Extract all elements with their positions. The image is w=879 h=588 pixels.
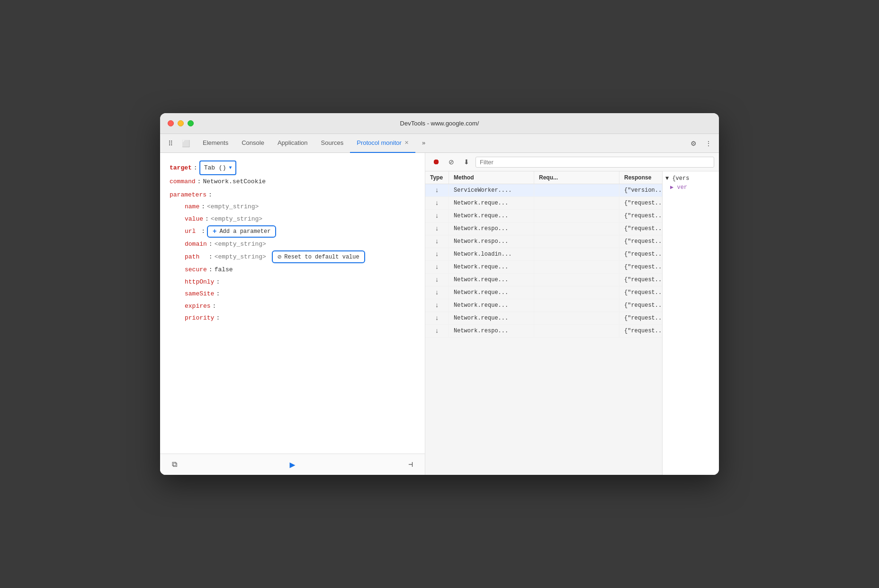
target-key: target <box>170 162 192 173</box>
main-content: target : Tab () ▼ command : Network.setC… <box>160 153 719 475</box>
table-row[interactable]: ↓ Network.reque... {"request... <box>425 261 662 274</box>
name-value: <empty_string> <box>207 201 259 212</box>
row-arrow: ↓ <box>425 248 449 260</box>
tab-console[interactable]: Console <box>235 134 271 153</box>
device-toolbar-icon[interactable]: ⬜ <box>179 137 192 150</box>
protocol-table: Type Method Requ... Response El.↑ <box>425 171 662 475</box>
row-arrow: ↓ <box>425 286 449 299</box>
chevron-down-icon: ▼ <box>229 164 232 172</box>
domain-value: <empty_string> <box>215 239 266 249</box>
row-response: {"request... <box>619 312 662 324</box>
right-content: ⏺ ⊘ ⬇ Type Method <box>425 153 719 475</box>
tab-sources[interactable]: Sources <box>314 134 350 153</box>
row-method: Network.reque... <box>449 274 534 286</box>
expires-row: expires : <box>170 301 415 312</box>
tab-bar-actions: ⚙ ⋮ <box>687 137 715 150</box>
row-request <box>534 261 619 273</box>
parameters-row: parameters : <box>170 189 415 200</box>
col-request: Requ... <box>534 171 619 184</box>
value-value: <empty_string> <box>211 214 262 224</box>
table-row[interactable]: ↓ Network.reque... {"request... <box>425 274 662 286</box>
domain-key: domain <box>185 239 207 249</box>
priority-row: priority : <box>170 312 415 323</box>
row-request <box>534 235 619 248</box>
tab-elements[interactable]: Elements <box>196 134 235 153</box>
row-method: Network.reque... <box>449 210 534 222</box>
send-button[interactable]: ▶ <box>289 459 295 471</box>
add-parameter-button[interactable]: + Add a parameter <box>207 225 276 238</box>
tab-close-icon[interactable]: ✕ <box>404 140 409 146</box>
tab-protocol-monitor[interactable]: Protocol monitor ✕ <box>350 134 415 153</box>
row-method: Network.reque... <box>449 299 534 312</box>
secure-key: secure <box>185 264 207 275</box>
table-row[interactable]: ↓ ServiceWorker.... {"version... <box>425 184 662 197</box>
minimize-button[interactable] <box>178 120 184 126</box>
title-bar: DevTools - www.google.com/ <box>160 113 719 134</box>
table-body-wrapper: Type Method Requ... Response El.↑ <box>425 171 719 475</box>
tab-more[interactable]: » <box>415 134 432 153</box>
row-request <box>534 210 619 222</box>
table-row[interactable]: ↓ Network.reque... {"request... <box>425 197 662 210</box>
clear-button[interactable]: ⊘ <box>445 156 457 168</box>
value-key: value <box>185 214 203 224</box>
tab-application[interactable]: Application <box>271 134 314 153</box>
copy-icon[interactable]: ⧉ <box>168 458 181 471</box>
row-request <box>534 248 619 260</box>
expires-key: expires <box>185 301 211 312</box>
tabs: Elements Console Application Sources Pro… <box>196 134 687 153</box>
window-title: DevTools - www.google.com/ <box>400 120 479 127</box>
target-dropdown[interactable]: Tab () ▼ <box>199 160 237 175</box>
maximize-button[interactable] <box>188 120 194 126</box>
close-button[interactable] <box>168 120 174 126</box>
row-method: Network.reque... <box>449 261 534 273</box>
secure-row: secure : false <box>170 264 415 275</box>
left-panel-content: target : Tab () ▼ command : Network.setC… <box>160 153 425 454</box>
table-row[interactable]: ↓ Network.reque... {"request... <box>425 299 662 312</box>
row-arrow: ↓ <box>425 235 449 248</box>
row-response: {"request... <box>619 261 662 273</box>
right-toolbar: ⏺ ⊘ ⬇ <box>425 153 719 171</box>
row-response: {"request... <box>619 248 662 260</box>
more-options-icon[interactable]: ⋮ <box>702 137 715 150</box>
table-row[interactable]: ↓ Network.loadin... {"request... <box>425 248 662 261</box>
traffic-lights <box>168 120 194 126</box>
preview-content: ▼ {vers ▶ ver <box>665 174 716 192</box>
row-arrow: ↓ <box>425 325 449 337</box>
row-request <box>534 223 619 235</box>
preview-line1: ▼ {vers <box>665 174 716 183</box>
reset-to-default-button[interactable]: ⊘ Reset to default value <box>272 250 365 263</box>
settings-icon[interactable]: ⚙ <box>687 137 700 150</box>
row-response: {"request... <box>619 299 662 312</box>
path-key: path <box>185 251 199 262</box>
table-row[interactable]: ↓ Network.reque... {"request... <box>425 286 662 299</box>
row-request <box>534 312 619 324</box>
element-picker-icon[interactable]: ⠿ <box>164 137 177 150</box>
reset-icon: ⊘ <box>278 253 281 261</box>
row-response: {"request... <box>619 325 662 337</box>
preview-line2: ▶ ver <box>665 183 716 192</box>
reset-label: Reset to default value <box>284 254 359 260</box>
row-arrow: ↓ <box>425 274 449 286</box>
command-row: command : Network.setCookie <box>170 176 415 187</box>
row-method: Network.reque... <box>449 197 534 209</box>
priority-key: priority <box>185 312 214 323</box>
table-row[interactable]: ↓ Network.respo... {"request... <box>425 223 662 235</box>
sidebar-toggle-icon[interactable]: ⊣ <box>404 458 417 471</box>
devtools-window: DevTools - www.google.com/ ⠿ ⬜ Elements … <box>160 113 719 475</box>
table-row[interactable]: ↓ Network.respo... {"request... <box>425 325 662 338</box>
table-row[interactable]: ↓ Network.reque... {"request... <box>425 312 662 325</box>
httponly-key: httpOnly <box>185 276 214 287</box>
filter-input[interactable] <box>475 157 714 168</box>
download-button[interactable]: ⬇ <box>460 156 473 168</box>
table-row[interactable]: ↓ Network.respo... {"request... <box>425 235 662 248</box>
row-arrow: ↓ <box>425 210 449 222</box>
target-value: Tab () <box>204 162 226 173</box>
row-request <box>534 274 619 286</box>
row-arrow: ↓ <box>425 261 449 273</box>
name-row: name : <empty_string> <box>170 201 415 212</box>
stop-recording-button[interactable]: ⏺ <box>430 156 442 168</box>
url-key: url <box>185 226 196 237</box>
row-request <box>534 197 619 209</box>
row-response: {"request... <box>619 235 662 248</box>
table-row[interactable]: ↓ Network.reque... {"request... <box>425 210 662 223</box>
